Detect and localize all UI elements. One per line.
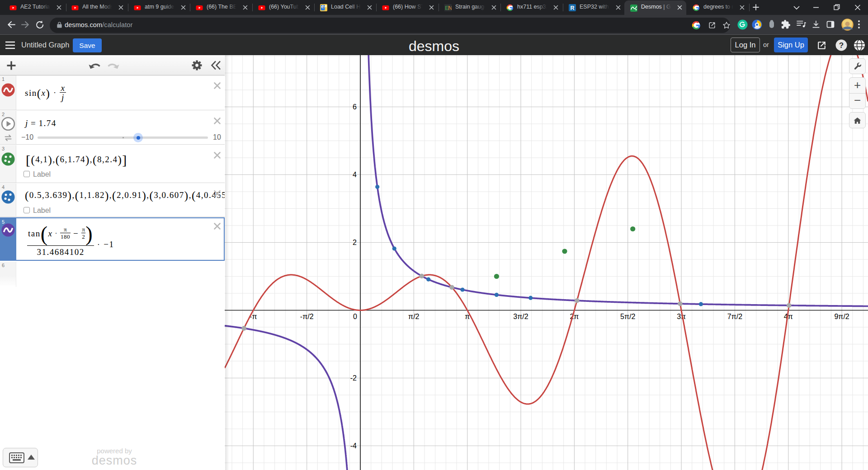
svg-text:N: N xyxy=(448,5,452,11)
svg-text:0: 0 xyxy=(353,313,357,320)
svg-text:5π/2: 5π/2 xyxy=(620,313,635,320)
svg-text:-2: -2 xyxy=(350,374,357,382)
svg-text:R: R xyxy=(570,5,574,11)
svg-text:-π/2: -π/2 xyxy=(300,313,314,320)
svg-text:6: 6 xyxy=(353,103,357,111)
svg-text:-4: -4 xyxy=(350,442,357,450)
svg-text:?: ? xyxy=(839,41,844,50)
svg-text:4: 4 xyxy=(353,171,357,179)
svg-text:π/2: π/2 xyxy=(408,313,419,320)
svg-text:3π/2: 3π/2 xyxy=(513,313,528,320)
svg-text:9π/2: 9π/2 xyxy=(834,313,849,320)
svg-text:2: 2 xyxy=(353,239,357,246)
svg-text:7π/2: 7π/2 xyxy=(727,313,742,320)
